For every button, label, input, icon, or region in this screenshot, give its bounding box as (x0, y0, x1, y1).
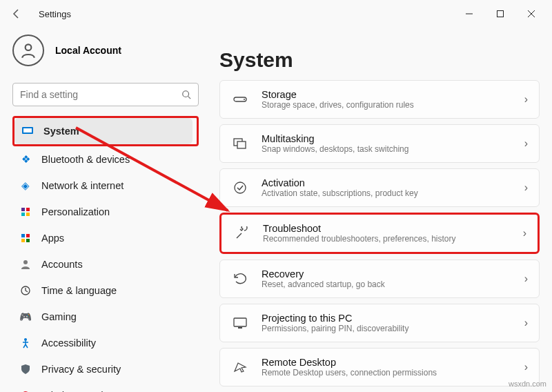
chevron-right-icon: › (523, 227, 526, 239)
settings-window: Settings Local Account Sys (0, 0, 552, 392)
back-button[interactable] (6, 3, 28, 25)
card-subtitle: Storage space, drives, configuration rul… (262, 100, 524, 110)
apps-icon (19, 233, 32, 244)
main-panel: System StorageStorage space, drives, con… (207, 28, 552, 392)
svg-point-3 (183, 91, 189, 97)
card-multitasking[interactable]: MultitaskingSnap windows, desktops, task… (219, 124, 540, 163)
card-subtitle: Activation state, subscriptions, product… (262, 188, 524, 198)
card-title: Multitasking (262, 133, 524, 144)
wifi-icon: ◈ (19, 180, 32, 191)
card-subtitle: Permissions, pairing PIN, discoverabilit… (262, 324, 524, 333)
search-icon (181, 90, 191, 99)
avatar (12, 35, 44, 66)
accounts-icon (19, 259, 32, 270)
page-title: System (219, 48, 540, 72)
svg-rect-23 (234, 318, 246, 326)
card-title: Activation (262, 177, 524, 188)
maximize-icon (496, 10, 504, 18)
close-icon (527, 10, 535, 18)
card-title: Storage (262, 89, 524, 100)
sidebar-item-label: Apps (41, 233, 64, 244)
window-controls (453, 3, 546, 25)
chevron-right-icon: › (524, 137, 528, 150)
svg-line-4 (188, 97, 191, 99)
user-row[interactable]: Local Account (12, 35, 199, 66)
card-subtitle: Reset, advanced startup, go back (262, 280, 524, 289)
watermark: wsxdn.com (509, 380, 546, 388)
highlight-system: System (12, 116, 199, 146)
svg-point-17 (24, 338, 27, 341)
card-projecting[interactable]: Projecting to this PCPermissions, pairin… (219, 304, 540, 342)
sidebar-item-label: Accessibility (41, 337, 96, 349)
card-title: Recovery (262, 268, 524, 280)
svg-point-19 (244, 99, 245, 100)
svg-point-15 (23, 260, 28, 264)
content-area: Local Account System ❖ Bluetooth & devic… (0, 28, 552, 392)
chevron-right-icon: › (524, 317, 528, 329)
card-recovery[interactable]: RecoveryReset, advanced startup, go back… (219, 259, 540, 298)
multitasking-icon (231, 138, 249, 149)
search-input[interactable] (20, 89, 181, 100)
user-icon (19, 41, 37, 59)
close-button[interactable] (515, 3, 546, 25)
projecting-icon (231, 317, 249, 329)
card-title: Remote Desktop (262, 357, 524, 368)
sidebar-item-system[interactable]: System (14, 118, 193, 144)
svg-rect-7 (21, 208, 25, 211)
svg-rect-10 (26, 213, 30, 216)
svg-rect-21 (237, 141, 246, 148)
sidebar-item-apps[interactable]: Apps (12, 225, 199, 251)
sidebar: Local Account System ❖ Bluetooth & devic… (0, 28, 207, 392)
chevron-right-icon: › (524, 273, 528, 285)
clock-icon (19, 285, 32, 296)
svg-rect-12 (26, 234, 30, 237)
storage-icon (231, 95, 249, 104)
card-subtitle: Snap windows, desktops, task switching (262, 144, 524, 154)
svg-rect-1 (497, 11, 503, 17)
sidebar-item-label: Bluetooth & devices (41, 154, 130, 165)
accessibility-icon (19, 337, 32, 349)
sidebar-item-gaming[interactable]: 🎮 Gaming (12, 304, 199, 330)
svg-rect-11 (21, 234, 25, 237)
arrow-left-icon (11, 8, 22, 19)
user-name: Local Account (55, 45, 121, 56)
card-title: Troubleshoot (263, 223, 523, 234)
card-subtitle: Remote Desktop users, connection permiss… (262, 368, 524, 378)
card-activation[interactable]: ActivationActivation state, subscription… (219, 168, 540, 207)
minimize-button[interactable] (453, 3, 484, 25)
sidebar-item-privacy[interactable]: Privacy & security (12, 356, 199, 382)
sidebar-item-label: Privacy & security (41, 364, 121, 375)
shield-icon (19, 364, 32, 375)
card-storage[interactable]: StorageStorage space, drives, configurat… (219, 80, 540, 119)
card-troubleshoot[interactable]: TroubleshootRecommended troubleshooters,… (219, 213, 540, 254)
card-remote-desktop[interactable]: Remote DesktopRemote Desktop users, conn… (219, 348, 540, 386)
sidebar-item-label: Personalization (41, 206, 110, 217)
svg-rect-14 (26, 239, 30, 242)
svg-rect-8 (26, 208, 30, 211)
svg-rect-24 (238, 327, 242, 329)
search-box[interactable] (12, 83, 199, 106)
sidebar-item-accessibility[interactable]: Accessibility (12, 330, 199, 356)
sidebar-item-accounts[interactable]: Accounts (12, 251, 199, 277)
chevron-right-icon: › (524, 182, 528, 194)
maximize-button[interactable] (484, 3, 515, 25)
display-icon (21, 126, 34, 136)
sidebar-item-time[interactable]: Time & language (12, 277, 199, 304)
sidebar-item-network[interactable]: ◈ Network & internet (12, 173, 199, 199)
svg-rect-13 (21, 239, 25, 242)
svg-rect-9 (21, 213, 25, 216)
sidebar-item-update[interactable]: Windows Update (12, 382, 199, 392)
sidebar-item-bluetooth[interactable]: ❖ Bluetooth & devices (12, 146, 199, 173)
svg-point-2 (26, 44, 32, 50)
recovery-icon (231, 273, 249, 285)
sidebar-item-label: System (43, 126, 79, 137)
svg-point-22 (235, 182, 246, 193)
gaming-icon: 🎮 (19, 311, 32, 323)
nav: System ❖ Bluetooth & devices ◈ Network &… (12, 116, 199, 392)
titlebar: Settings (0, 0, 552, 28)
activation-icon (231, 181, 249, 195)
sidebar-item-label: Network & internet (41, 180, 124, 191)
sidebar-item-personalization[interactable]: Personalization (12, 199, 199, 225)
remote-desktop-icon (231, 362, 249, 373)
card-subtitle: Recommended troubleshooters, preferences… (263, 234, 523, 244)
